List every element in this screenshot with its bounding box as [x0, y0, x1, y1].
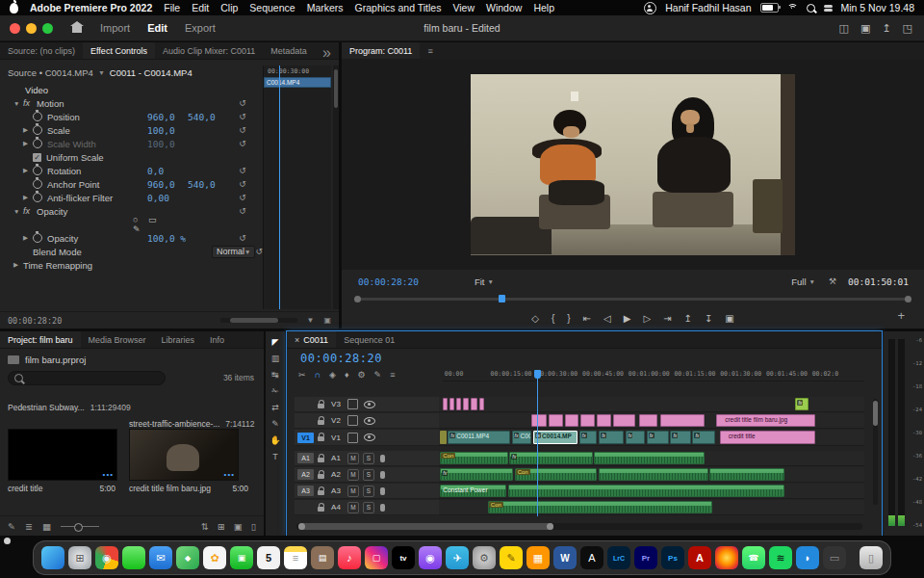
- close-window-button[interactable]: [10, 23, 20, 34]
- panel-tab[interactable]: Audio Clip Mixer: C0011: [155, 42, 263, 59]
- track-id[interactable]: V2: [328, 416, 344, 425]
- reset-parameter-icon[interactable]: ↺: [237, 112, 248, 121]
- reset-parameter-icon[interactable]: ↺: [237, 206, 248, 216]
- timeline-tool-icon[interactable]: ≡: [390, 370, 395, 380]
- disclosure-triangle-icon[interactable]: ▼: [13, 208, 23, 215]
- timeline-clip[interactable]: fx: [795, 398, 808, 410]
- reset-parameter-icon[interactable]: ↺: [237, 98, 248, 108]
- transport-button[interactable]: ◁: [603, 313, 611, 324]
- timeline-clip[interactable]: Con: [440, 452, 508, 464]
- work-mode-tab[interactable]: Edit: [147, 22, 167, 34]
- titlebar-action-icon[interactable]: ◫: [839, 22, 849, 35]
- timeline-clip[interactable]: [613, 414, 635, 427]
- timeline-clip[interactable]: fxC0014.MP: [533, 431, 578, 444]
- property-value-2[interactable]: 540,0: [188, 179, 228, 190]
- timeline-clip[interactable]: fx: [647, 431, 669, 444]
- track-id[interactable]: A3: [328, 486, 344, 495]
- voiceover-mic-icon[interactable]: [380, 471, 385, 479]
- books[interactable]: ▤: [311, 546, 334, 569]
- stopwatch-icon[interactable]: [33, 179, 42, 189]
- timeline-clip[interactable]: [597, 414, 612, 427]
- sync-lock-icon[interactable]: [347, 433, 358, 443]
- timeline-clip[interactable]: fx: [440, 468, 513, 481]
- effect-row[interactable]: Video ▼: [0, 83, 254, 96]
- timeline-clip[interactable]: [443, 398, 449, 410]
- thumbnail-zoom-slider[interactable]: [61, 526, 99, 527]
- track-id[interactable]: V1: [328, 434, 344, 442]
- mail[interactable]: ✉: [149, 546, 172, 569]
- timeline-timecode[interactable]: 00:00:28:20: [300, 352, 382, 365]
- photoshop[interactable]: Ps: [661, 546, 684, 569]
- track-content-a2[interactable]: fxCon: [439, 467, 864, 483]
- maps[interactable]: ◆: [176, 546, 199, 569]
- timeline-clip[interactable]: [580, 414, 595, 427]
- disclosure-triangle-icon[interactable]: ▶: [23, 126, 33, 134]
- effect-row[interactable]: ▶ Scale Width 100,0 ▼ ↺: [0, 137, 254, 150]
- timeline-clip[interactable]: [549, 414, 563, 427]
- timeline-clip[interactable]: [639, 414, 657, 427]
- source-patch[interactable]: A2: [297, 469, 314, 480]
- lock-icon[interactable]: [318, 507, 324, 512]
- chevron-down-icon[interactable]: ▼: [98, 69, 105, 76]
- mute-button[interactable]: M: [347, 486, 359, 497]
- podcasts[interactable]: ◉: [419, 546, 442, 569]
- transport-button[interactable]: ◇: [531, 313, 539, 324]
- source-patch-v1[interactable]: V1: [297, 433, 314, 443]
- tab-overflow-icon[interactable]: »: [317, 44, 337, 62]
- track-header-v2[interactable]: V2: [295, 413, 439, 429]
- timeline-playhead[interactable]: [537, 370, 538, 516]
- edit-pencil-icon[interactable]: ✎: [8, 521, 15, 532]
- timeline-clip[interactable]: [660, 414, 705, 427]
- battery-icon[interactable]: [760, 3, 779, 13]
- timeline-clip[interactable]: [440, 431, 447, 444]
- disclosure-triangle-icon[interactable]: ▼: [13, 100, 23, 107]
- property-value[interactable]: 0,00: [147, 193, 188, 203]
- track-header-v1[interactable]: V1 V1: [295, 430, 439, 446]
- transport-button[interactable]: ▣: [725, 313, 733, 324]
- tool-button[interactable]: ✋: [270, 435, 280, 445]
- track-content-v3[interactable]: fx: [439, 397, 864, 412]
- app-name[interactable]: Adobe Premiere Pro 2022: [30, 2, 152, 13]
- media-thumbnail-credit-title[interactable]: •••: [8, 429, 117, 481]
- tool-button[interactable]: ↹: [271, 370, 279, 380]
- thumbnail-caption[interactable]: credit title 5:00: [8, 484, 116, 493]
- effect-row[interactable]: ○ ▭ ✎ ▼: [0, 218, 254, 231]
- spotlight-search-icon[interactable]: [807, 4, 815, 13]
- track-id[interactable]: A2: [328, 470, 344, 479]
- panel-tab[interactable]: Libraries: [154, 331, 203, 348]
- messages[interactable]: [122, 546, 145, 569]
- effect-row[interactable]: ▶ Opacity 100,0 % ▼ ↺: [0, 231, 254, 245]
- stopwatch-icon[interactable]: [33, 139, 42, 148]
- apple-menu-icon[interactable]: [10, 3, 18, 13]
- disclosure-triangle-icon[interactable]: ▶: [23, 194, 33, 201]
- new-item-icon[interactable]: ▣: [234, 521, 243, 532]
- track-visibility-eye-icon[interactable]: [364, 434, 375, 441]
- bluecircle-app[interactable]: ◗: [796, 546, 819, 569]
- video-frame[interactable]: [471, 74, 795, 255]
- disclosure-triangle-icon[interactable]: ▶: [23, 167, 33, 174]
- panel-tab[interactable]: Info: [202, 331, 232, 348]
- stopwatch-icon[interactable]: [33, 125, 42, 135]
- new-bin-icon[interactable]: ⊞: [218, 521, 225, 532]
- timeline-tool-icon[interactable]: ⚙: [358, 370, 366, 380]
- wifi-icon[interactable]: [787, 4, 798, 12]
- program-scrubber[interactable]: [356, 295, 910, 302]
- timeline-clip[interactable]: fx: [599, 431, 624, 444]
- timeline-clip[interactable]: [456, 398, 462, 410]
- thumbnail-name[interactable]: credit title film baru.jpg: [129, 484, 211, 493]
- menu-item[interactable]: View: [452, 2, 475, 13]
- reset-parameter-icon[interactable]: ↺: [237, 166, 248, 175]
- scrubber-playhead[interactable]: [499, 295, 505, 302]
- track-header-a3[interactable]: A3 A3 M S: [295, 484, 439, 499]
- acrobat[interactable]: A: [688, 546, 711, 569]
- timeline-clip[interactable]: fx: [626, 431, 645, 444]
- transport-button[interactable]: ↥: [684, 313, 692, 324]
- media-thumbnail-credit-title-jpg[interactable]: •••: [129, 429, 239, 481]
- mute-button[interactable]: M: [347, 502, 359, 513]
- thumbnail-caption[interactable]: credit title film baru.jpg 5:00: [129, 484, 248, 493]
- transport-button[interactable]: ↧: [705, 313, 712, 324]
- sync-lock-icon[interactable]: [347, 399, 358, 409]
- sequence-tab-active[interactable]: ×C0011: [287, 331, 336, 348]
- track-header-v3[interactable]: V3: [295, 397, 439, 412]
- property-value-2[interactable]: 540,0: [188, 112, 228, 122]
